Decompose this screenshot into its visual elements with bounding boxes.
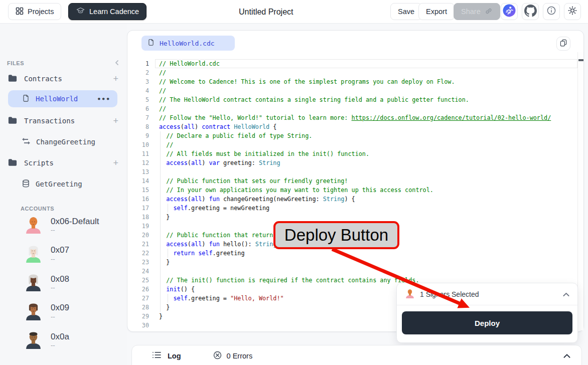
folder-icon [8, 158, 17, 168]
account-avatar [24, 302, 43, 322]
code-line: 8access(all) contract HelloWorld { [127, 122, 576, 131]
code-line: 5// The HelloWorld contract contains a s… [127, 95, 576, 104]
file-menu-button[interactable]: ••• [97, 95, 110, 103]
code-line: 24 [127, 267, 576, 276]
projects-button[interactable]: Projects [8, 3, 61, 20]
errors-count-label: 0 Errors [227, 352, 253, 360]
page-title: Untitled Project [239, 0, 293, 24]
account-avatar [24, 273, 43, 293]
signer-avatar [405, 288, 415, 300]
log-label: Log [168, 352, 181, 360]
account-row[interactable]: 0x09-- [24, 302, 69, 322]
account-balance: -- [51, 313, 69, 320]
file-getgreeting[interactable]: GetGreeting [22, 178, 117, 190]
account-address: 0x0a [51, 332, 69, 342]
projects-label: Projects [28, 8, 54, 16]
sidebar: FILES Contracts + HelloWorld ••• Transac… [0, 24, 127, 365]
tab-label: HelloWorld.cdc [160, 40, 215, 47]
code-line: 22 return self.greeting [127, 249, 576, 258]
flowser-button[interactable] [501, 3, 518, 20]
code-line: 23 } [127, 258, 576, 267]
account-address: 0x08 [51, 275, 69, 284]
file-label: ChangeGreeting [36, 138, 95, 146]
account-avatar [24, 330, 43, 351]
accounts-section-label: ACCOUNTS [21, 206, 54, 212]
folder-contracts[interactable]: Contracts + [8, 73, 118, 85]
log-bar[interactable]: Log 0 Errors [131, 345, 582, 365]
code-line: 10 // [127, 140, 576, 149]
tab-helloworld-cdc[interactable]: HelloWorld.cdc [141, 36, 235, 51]
account-balance: -- [51, 226, 99, 234]
copy-code-button[interactable] [556, 37, 570, 51]
file-changegreeting[interactable]: ChangeGreeting [22, 136, 117, 148]
folder-icon [8, 116, 17, 126]
collapse-sidebar-icon[interactable] [114, 59, 120, 68]
learn-cadence-label: Learn Cadence [89, 8, 139, 16]
account-row[interactable]: 0x08-- [24, 273, 69, 293]
account-balance: -- [51, 341, 69, 349]
scrollbar-cursor-marker [578, 59, 583, 61]
account-avatar [24, 244, 43, 265]
account-balance: -- [51, 284, 69, 291]
account-avatar [24, 215, 43, 236]
github-icon [524, 5, 537, 19]
export-button[interactable]: Export [418, 3, 455, 20]
log-list-icon [152, 351, 162, 361]
chevron-up-icon[interactable] [563, 351, 570, 360]
code-line: 16 access(all) fun changeGreeting(newGre… [127, 195, 576, 204]
deploy-button[interactable]: Deploy [402, 311, 572, 334]
learn-cadence-button[interactable]: Learn Cadence [68, 3, 146, 20]
add-script-button[interactable]: + [113, 158, 118, 168]
link-icon [485, 7, 493, 17]
share-button[interactable]: Share [454, 3, 500, 20]
signers-selected-label: 1 Signers Selected [420, 290, 479, 298]
export-label: Export [426, 8, 447, 16]
add-transaction-button[interactable]: + [113, 116, 118, 126]
code-line: 6// [127, 104, 576, 113]
code-line: 14 // Public function that sets our frie… [127, 176, 576, 186]
files-section-label: FILES [7, 60, 24, 66]
code-line: 17 self.greeting = newGreeting [127, 204, 576, 213]
document-icon [22, 94, 30, 104]
account-address: 0x09 [51, 303, 69, 313]
code-line: 11 // All fields must be initialized in … [127, 149, 576, 158]
signers-header[interactable]: 1 Signers Selected [397, 283, 577, 305]
share-label: Share [461, 8, 481, 16]
save-button[interactable]: Save [390, 3, 422, 20]
signers-panel: 1 Signers Selected Deploy [396, 283, 578, 343]
folder-label: Scripts [24, 159, 106, 167]
add-contract-button[interactable]: + [113, 74, 118, 84]
theme-toggle-button[interactable] [564, 3, 581, 20]
document-icon [148, 39, 155, 48]
info-button[interactable] [543, 3, 560, 20]
swap-arrows-icon [22, 138, 30, 146]
account-row[interactable]: 0x07-- [24, 244, 69, 265]
code-line: 18 } [127, 213, 576, 222]
folder-icon [8, 74, 17, 84]
file-label: GetGreeting [36, 180, 82, 188]
file-label: HelloWorld [36, 95, 78, 103]
editor-scrollbar[interactable] [577, 52, 583, 330]
folder-label: Transactions [24, 117, 106, 125]
file-helloworld[interactable]: HelloWorld ••• [8, 90, 117, 107]
account-address: 0x07 [51, 246, 69, 255]
folder-transactions[interactable]: Transactions + [8, 115, 118, 127]
code-line: 12 access(all) var greeting: String [127, 158, 576, 167]
folder-scripts[interactable]: Scripts + [8, 157, 118, 169]
code-line: 1// HelloWorld.cdc [127, 59, 576, 68]
code-line: 13 [127, 167, 576, 176]
save-label: Save [398, 8, 414, 16]
code-line: 15 // In your own applications you may w… [127, 186, 576, 195]
code-line: 3// Welcome to Cadence! This is one of t… [127, 77, 576, 86]
code-line: 2// [127, 68, 576, 77]
account-balance: -- [51, 255, 69, 263]
chevron-up-icon[interactable] [563, 290, 569, 298]
code-line: 9 // Declare a public field of type Stri… [127, 131, 576, 140]
account-row[interactable]: 0x06-Default-- [24, 215, 99, 236]
account-row[interactable]: 0x0a-- [24, 330, 69, 351]
database-icon [22, 179, 30, 189]
code-line: 7// Follow the "Hello, World!" tutorial … [127, 113, 576, 122]
github-button[interactable] [522, 3, 539, 20]
graduation-cap-icon [76, 6, 85, 17]
top-bar: Projects Learn Cadence Untitled Project … [0, 0, 588, 24]
